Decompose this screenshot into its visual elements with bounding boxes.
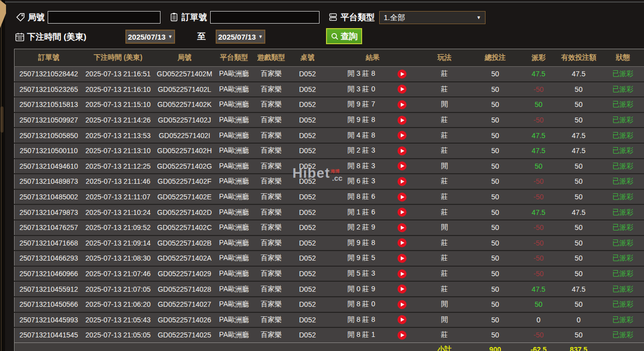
subtotal-row: 小計900-62.5837.5 [15, 342, 644, 351]
cell-time: 2025-07-13 21:07:05 [83, 281, 153, 297]
result-text: 閒 3 莊 0 [326, 85, 397, 94]
cell-platform: PA歐洲廳 [216, 266, 252, 282]
result-text: 閒 8 莊 6 [326, 192, 397, 201]
cell-payout: 47.5 [522, 143, 556, 159]
col-header-play: 玩法 [420, 49, 469, 67]
bet-time-filter: 下注時間 (美東) [15, 30, 89, 44]
play-video-button[interactable] [397, 300, 407, 309]
play-video-button[interactable] [397, 330, 407, 340]
cell-table_no: D052 [290, 312, 325, 328]
cell-status: 已派彩 [602, 112, 644, 128]
cell-platform: PA歐洲廳 [216, 251, 252, 266]
result-text: 閒 5 莊 3 [326, 269, 397, 278]
col-header-table_no: 桌號 [290, 49, 325, 67]
cell-valid: 50 [556, 236, 602, 251]
cell-total: 50 [469, 312, 522, 328]
cell-result: 閒 9 莊 8 [325, 112, 420, 128]
cell-time: 2025-07-13 21:05:05 [83, 327, 153, 342]
date-from-select[interactable]: 2025/07/13 ▼ [125, 30, 175, 44]
cell-order: 250713210471668 [15, 236, 83, 251]
cell-play: 閒 [420, 312, 469, 328]
cell-valid: 50 [556, 112, 602, 128]
to-label: 至 [197, 31, 206, 42]
cell-order: 250713210528442 [15, 67, 83, 82]
play-video-button[interactable] [397, 131, 407, 140]
cell-play: 莊 [420, 266, 469, 282]
cell-table_no: D052 [290, 189, 325, 205]
cell-play: 莊 [420, 174, 469, 189]
cell-total: 50 [469, 266, 522, 282]
cell-result: 閒 4 莊 8 [325, 128, 420, 143]
cell-valid: 50 [556, 159, 602, 174]
cell-game: GD0522571402D [153, 204, 216, 220]
cell-payout: -50 [522, 82, 556, 97]
cell-time: 2025-07-13 21:14:26 [83, 112, 153, 128]
cell-order: 250713210466293 [15, 251, 83, 266]
play-video-button[interactable] [397, 284, 407, 294]
cell-total: 50 [469, 327, 522, 342]
play-video-button[interactable] [397, 269, 407, 279]
chevron-down-icon: ▼ [476, 15, 481, 20]
result-text: 閒 2 莊 3 [326, 146, 397, 155]
cell-result: 閒 1 莊 6 [325, 204, 420, 220]
cell-game: GD0522571402F [153, 174, 216, 189]
cell-order: 250713210479873 [15, 204, 83, 220]
game-no-input[interactable] [48, 11, 160, 24]
cell-play: 閒 [420, 159, 469, 174]
subtotal-status-spacer [602, 342, 644, 351]
play-video-button[interactable] [397, 84, 407, 94]
play-video-button[interactable] [397, 207, 407, 217]
result-text: 閒 9 莊 8 [326, 239, 397, 248]
play-video-button[interactable] [397, 223, 407, 232]
date-to-select[interactable]: 2025/07/13 ▼ [216, 30, 265, 44]
cell-game: GD05225714027 [153, 297, 216, 312]
cell-game_type: 百家樂 [252, 112, 290, 128]
cell-status: 已派彩 [602, 143, 644, 159]
play-video-button[interactable] [397, 315, 407, 324]
cell-payout: -50 [522, 220, 556, 236]
cell-time: 2025-07-13 21:07:46 [83, 266, 153, 282]
platform-type-select[interactable]: 1.全部 ▼ [379, 11, 486, 24]
play-video-button[interactable] [397, 192, 407, 202]
cell-result: 閒 2 莊 9 [325, 220, 420, 236]
play-video-button[interactable] [397, 238, 407, 248]
col-header-payout: 派彩 [522, 49, 556, 67]
play-video-button[interactable] [397, 177, 407, 186]
cell-result: 閒 8 莊 8 [325, 312, 420, 328]
play-video-button[interactable] [397, 69, 407, 79]
cell-table_no: D052 [290, 82, 325, 97]
cell-total: 50 [469, 251, 522, 266]
play-video-button[interactable] [397, 161, 407, 171]
date-to-value: 2025/07/13 [218, 33, 256, 41]
table-row: 2507132104662932025-07-13 21:08:30GD0522… [15, 251, 644, 266]
cell-platform: PA歐洲廳 [216, 174, 252, 189]
result-text: 閒 1 莊 6 [326, 208, 397, 217]
cell-game_type: 百家樂 [252, 67, 290, 82]
calendar-icon [15, 32, 25, 42]
order-no-input[interactable] [210, 11, 319, 24]
play-video-button[interactable] [397, 115, 407, 125]
cell-payout: -50 [522, 174, 556, 189]
cell-total: 50 [469, 189, 522, 205]
cell-result: 閒 3 莊 0 [325, 82, 420, 97]
play-video-button[interactable] [397, 146, 407, 156]
cell-status: 已派彩 [602, 174, 644, 189]
play-video-button[interactable] [397, 254, 407, 263]
play-video-button[interactable] [397, 100, 407, 109]
cell-order: 250713210460966 [15, 266, 83, 282]
search-button[interactable]: 查詢 [326, 28, 362, 44]
cell-payout: 0 [522, 312, 556, 328]
cell-play: 閒 [420, 220, 469, 236]
cell-time: 2025-07-13 21:13:10 [83, 143, 153, 159]
cell-valid: 50 [556, 297, 602, 312]
table-row: 2507132105284422025-07-13 21:16:51GD0522… [15, 67, 644, 82]
cell-result: 閒 5 莊 3 [325, 266, 420, 282]
table-row: 2507132104898732025-07-13 21:11:46GD0522… [15, 174, 644, 189]
cell-game_type: 百家樂 [252, 281, 290, 297]
cell-platform: PA歐洲廳 [216, 128, 252, 143]
cell-time: 2025-07-13 21:11:07 [83, 189, 153, 205]
result-text: 閒 0 莊 9 [326, 285, 397, 294]
table-row: 2507132104798732025-07-13 21:10:24GD0522… [15, 204, 644, 220]
cell-payout: 47.5 [522, 67, 556, 82]
cell-game: GD0522571402J [153, 112, 216, 128]
